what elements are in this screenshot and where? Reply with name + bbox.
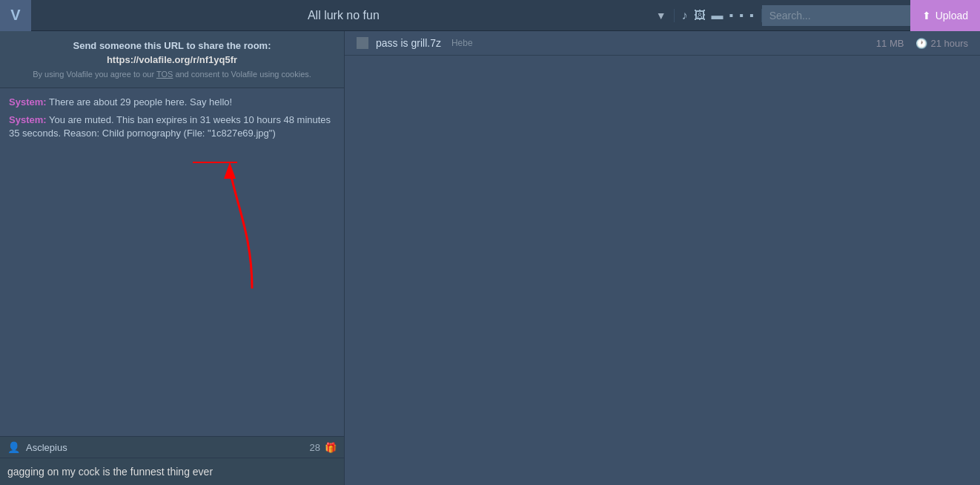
clock-icon: 🕐 — [916, 38, 927, 49]
upload-button[interactable]: ⬆ Upload — [910, 0, 980, 31]
file-icon[interactable]: ▪ — [749, 9, 754, 22]
document-icon[interactable]: ▪ — [729, 9, 734, 22]
share-box: Send someone this URL to share the room:… — [0, 31, 344, 88]
file-age: 21 hours — [930, 38, 968, 49]
file-meta: 11 MB 🕐 21 hours — [876, 38, 968, 49]
logo-icon[interactable]: V — [0, 0, 31, 31]
annotation-arrow — [193, 148, 304, 296]
tos-text-after: and consent to Volafile using cookies. — [173, 70, 311, 79]
chat-input[interactable] — [7, 463, 337, 481]
audio-icon[interactable]: ♪ — [682, 9, 688, 22]
room-dropdown-button[interactable]: ▼ — [656, 10, 666, 22]
file-size: 11 MB — [876, 38, 904, 49]
main-content: Send someone this URL to share the room:… — [0, 31, 980, 485]
system-label-1: System: — [9, 96, 47, 108]
video-icon[interactable]: ▬ — [712, 9, 724, 22]
clipboard-icon[interactable]: ▪ — [739, 9, 744, 22]
share-tos: By using Volafile you agree to our TOS a… — [12, 70, 332, 79]
system-text-1: There are about 29 people here. Say hell… — [49, 96, 232, 108]
username-label: Asclepius — [26, 442, 67, 453]
system-text-2: You are muted. This ban expires in 31 we… — [9, 114, 331, 139]
share-url[interactable]: https://volafile.org/r/nf1yq5fr — [12, 54, 332, 65]
chat-input-area: 👤 Asclepius 28 🎁 — [0, 436, 344, 485]
image-icon[interactable]: 🖼 — [694, 9, 706, 22]
tos-text-before: By using Volafile you agree to our — [33, 70, 156, 79]
topbar: V All lurk no fun ▼ ♪ 🖼 ▬ ▪ ▪ ▪ ⬆ Upload — [0, 0, 980, 31]
file-time: 🕐 21 hours — [916, 38, 968, 49]
room-name: All lurk no fun — [31, 9, 656, 22]
search-input[interactable] — [762, 5, 910, 26]
file-type-icon — [357, 37, 368, 49]
system-message-2: System: You are muted. This ban expires … — [9, 113, 335, 140]
message-count: 28 — [310, 442, 320, 453]
system-label-2: System: — [9, 114, 47, 125]
files-panel: pass is grill.7z Hebe 11 MB 🕐 21 hours — [345, 31, 980, 485]
share-label: Send someone this URL to share the room: — [12, 40, 332, 51]
tos-link[interactable]: TOS — [156, 70, 173, 79]
file-name[interactable]: pass is grill.7z — [376, 37, 441, 49]
file-tag: Hebe — [451, 38, 473, 48]
svg-marker-0 — [224, 162, 236, 179]
chat-panel: Send someone this URL to share the room:… — [0, 31, 345, 485]
gift-icon[interactable]: 🎁 — [325, 442, 337, 453]
user-icon: 👤 — [7, 441, 20, 453]
messages-area: System: There are about 29 people here. … — [0, 88, 344, 436]
system-message-1: System: There are about 29 people here. … — [9, 96, 335, 109]
chat-user-row: 👤 Asclepius 28 🎁 — [0, 437, 344, 458]
upload-label: Upload — [936, 10, 968, 22]
chat-input-row[interactable] — [0, 458, 344, 485]
message-count-area: 28 🎁 — [310, 442, 337, 453]
toolbar-icons: ♪ 🖼 ▬ ▪ ▪ ▪ — [674, 9, 762, 22]
upload-icon: ⬆ — [922, 10, 931, 22]
file-row: pass is grill.7z Hebe 11 MB 🕐 21 hours — [345, 31, 980, 56]
